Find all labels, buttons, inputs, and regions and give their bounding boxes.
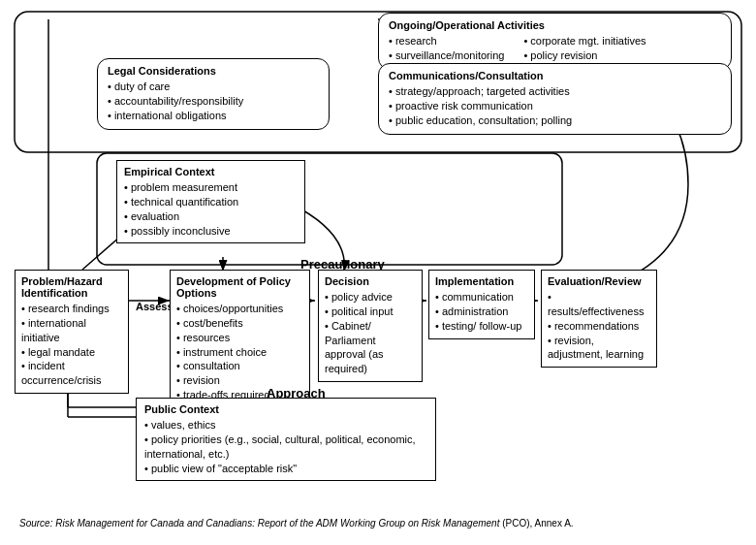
dev-item-1: choices/opportunities xyxy=(176,302,303,316)
pub-item-2: policy priorities (e.g., social, cultura… xyxy=(144,433,427,462)
evaluation-box: Evaluation/Review results/effectiveness … xyxy=(541,270,657,368)
source-text: Source: Risk Management for Canada and C… xyxy=(19,518,746,529)
prob-item-4: incident occurrence/crisis xyxy=(21,359,122,388)
decision-box: Decision policy advice political input C… xyxy=(318,270,423,382)
communications-box: Communications/Consultation strategy/app… xyxy=(378,63,732,135)
legal-item-2: accountability/responsibility xyxy=(108,94,319,109)
impl-item-2: administration xyxy=(435,305,528,319)
source-italic: Risk Management for Canada and Canadians… xyxy=(55,518,499,529)
ongoing-item-3: corporate mgt. initiatives xyxy=(523,34,646,48)
ongoing-list-left: research surveillance/monitoring xyxy=(389,34,504,63)
problem-box: Problem/Hazard Identification research f… xyxy=(15,270,129,394)
comm-item-2: proactive risk communication xyxy=(389,99,721,113)
impl-item-3: testing/ follow-up xyxy=(435,319,528,334)
emp-item-1: problem measurement xyxy=(124,180,298,195)
communications-title: Communications/Consultation xyxy=(389,70,721,81)
legal-title: Legal Considerations xyxy=(108,65,319,77)
legal-item-1: duty of care xyxy=(108,80,319,94)
eval-item-2: recommendations xyxy=(548,319,650,334)
development-title: Development of Policy Options xyxy=(176,275,303,299)
dec-item-2: political input xyxy=(325,305,416,319)
public-title: Public Context xyxy=(144,403,427,415)
ongoing-item-4: policy revision xyxy=(523,48,646,63)
eval-item-3: revision, adjustment, learning xyxy=(548,334,650,363)
pub-item-1: values, ethics xyxy=(144,418,427,433)
legal-list: duty of care accountability/responsibili… xyxy=(108,80,319,123)
diagram-container: Ongoing/Operational Activities research … xyxy=(10,10,746,514)
comm-item-1: strategy/approach; targeted activities xyxy=(389,84,721,99)
prob-item-2: international initiative xyxy=(21,316,122,345)
empirical-list: problem measurement technical quantifica… xyxy=(124,180,298,238)
dev-item-5: consultation xyxy=(176,359,303,373)
ongoing-item-2: surveillance/monitoring xyxy=(389,48,504,63)
implementation-title: Implementation xyxy=(435,275,528,287)
legal-box: Legal Considerations duty of care accoun… xyxy=(97,58,330,130)
ongoing-list-right: corporate mgt. initiatives policy revisi… xyxy=(523,34,646,63)
implementation-box: Implementation communication administrat… xyxy=(428,270,535,339)
empirical-box: Empirical Context problem measurement te… xyxy=(116,160,305,243)
problem-title: Problem/Hazard Identification xyxy=(21,275,122,299)
comm-item-3: public education, consultation; polling xyxy=(389,113,721,128)
decision-list: policy advice political input Cabinet/ P… xyxy=(325,290,416,376)
evaluation-title: Evaluation/Review xyxy=(548,275,650,287)
pub-item-3: public view of "acceptable risk" xyxy=(144,462,427,476)
public-box: Public Context values, ethics policy pri… xyxy=(136,398,436,481)
implementation-list: communication administration testing/ fo… xyxy=(435,290,528,334)
decision-title: Decision xyxy=(325,275,416,287)
prob-item-3: legal mandate xyxy=(21,345,122,360)
dev-item-2: cost/benefits xyxy=(176,316,303,331)
public-list: values, ethics policy priorities (e.g., … xyxy=(144,418,427,475)
impl-item-1: communication xyxy=(435,290,528,305)
ongoing-title: Ongoing/Operational Activities xyxy=(389,19,721,31)
ongoing-item-1: research xyxy=(389,34,504,48)
dev-item-4: instrument choice xyxy=(176,345,303,360)
evaluation-list: results/effectiveness recommendations re… xyxy=(548,290,650,362)
dec-item-1: policy advice xyxy=(325,290,416,305)
eval-item-1: results/effectiveness xyxy=(548,290,650,319)
dev-item-3: resources xyxy=(176,331,303,345)
emp-item-2: technical quantification xyxy=(124,195,298,209)
problem-list: research findings international initiati… xyxy=(21,302,122,388)
dec-item-3: Cabinet/ Parliament approval (as require… xyxy=(325,319,416,376)
source-normal: (PCO), Annex A. xyxy=(499,518,573,529)
communications-list: strategy/approach; targeted activities p… xyxy=(389,84,721,128)
empirical-title: Empirical Context xyxy=(124,166,298,177)
prob-item-1: research findings xyxy=(21,302,122,316)
emp-item-4: possibly inconclusive xyxy=(124,224,298,239)
ongoing-box: Ongoing/Operational Activities research … xyxy=(378,13,732,70)
emp-item-3: evaluation xyxy=(124,209,298,224)
legal-item-3: international obligations xyxy=(108,109,319,123)
source-prefix: Source: xyxy=(19,518,55,529)
